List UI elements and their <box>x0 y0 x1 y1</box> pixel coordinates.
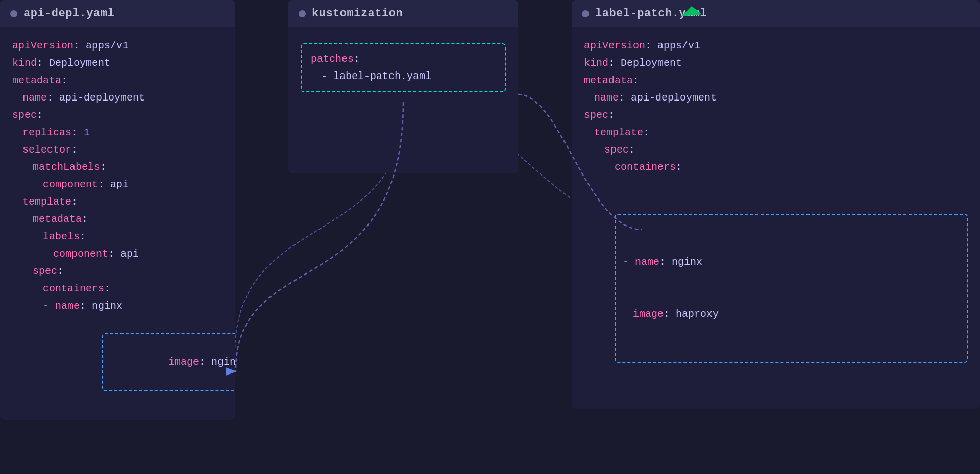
line-selector: selector: <box>12 141 223 159</box>
panel-label-header: label-patch.yaml <box>572 0 980 27</box>
label-containers: containers: <box>584 159 968 176</box>
line-component1: component: api <box>12 176 223 193</box>
image-highlight-box-api: image: nginx <box>102 333 235 391</box>
patches-line: patches: <box>311 51 496 68</box>
panel-kust-header: kustomization <box>288 0 518 27</box>
panel-label-dot <box>582 10 589 17</box>
containers-highlight-box-label: - name: nginx image: haproxy <box>615 214 968 363</box>
line-containers: containers: <box>12 280 223 297</box>
line-spec: spec: <box>12 107 223 124</box>
panel-api-title: api-depl.yaml <box>23 7 114 20</box>
panel-api-dot <box>10 10 17 17</box>
panel-kust-dot <box>299 10 306 17</box>
label-spec: spec: <box>584 107 968 124</box>
label-spec2: spec: <box>584 141 968 159</box>
line-component2: component: api <box>12 245 223 263</box>
panel-api-content: apiVersion: apps/v1 kind: Deployment met… <box>0 27 235 420</box>
label-kind: kind: Deployment <box>584 55 968 72</box>
canvas: api-depl.yaml apiVersion: apps/v1 kind: … <box>0 0 980 474</box>
label-apiversion: apiVersion: apps/v1 <box>584 37 968 55</box>
panel-label-content: apiVersion: apps/v1 kind: Deployment met… <box>572 27 980 409</box>
line-metadata: metadata: <box>12 72 223 89</box>
line-apiversion: apiVersion: apps/v1 <box>12 37 223 55</box>
line-name-nginx: - name: nginx <box>12 297 223 315</box>
line-metadata2: metadata: <box>12 211 223 228</box>
line-spec2: spec: <box>12 263 223 280</box>
panel-api-header: api-depl.yaml <box>0 0 235 27</box>
label-patch-line: - label-patch.yaml <box>311 68 496 85</box>
label-image-haproxy: image: haproxy <box>623 306 960 323</box>
line-template: template: <box>12 193 223 211</box>
panel-label: label-patch.yaml apiVersion: apps/v1 kin… <box>572 0 980 409</box>
line-kind: kind: Deployment <box>12 55 223 72</box>
label-name-nginx: - name: nginx <box>623 254 960 271</box>
panel-label-title: label-patch.yaml <box>595 7 707 20</box>
panel-kust-title: kustomization <box>312 7 403 20</box>
label-metadata: metadata: <box>584 72 968 89</box>
line-labels: labels: <box>12 228 223 245</box>
label-containers-box: - name: nginx image: haproxy <box>584 178 968 398</box>
line-name: name: api-deployment <box>12 89 223 107</box>
label-template: template: <box>584 124 968 141</box>
panel-kust-content: patches: - label-patch.yaml <box>288 27 518 104</box>
label-name: name: api-deployment <box>584 89 968 107</box>
line-image-highlight: image: nginx <box>12 315 223 410</box>
panel-kust: kustomization patches: - label-patch.yam… <box>288 0 518 173</box>
line-replicas: replicas: 1 <box>12 124 223 141</box>
panel-api: api-depl.yaml apiVersion: apps/v1 kind: … <box>0 0 235 420</box>
patches-highlight-box: patches: - label-patch.yaml <box>301 43 506 92</box>
line-matchlabels: matchLabels: <box>12 159 223 176</box>
